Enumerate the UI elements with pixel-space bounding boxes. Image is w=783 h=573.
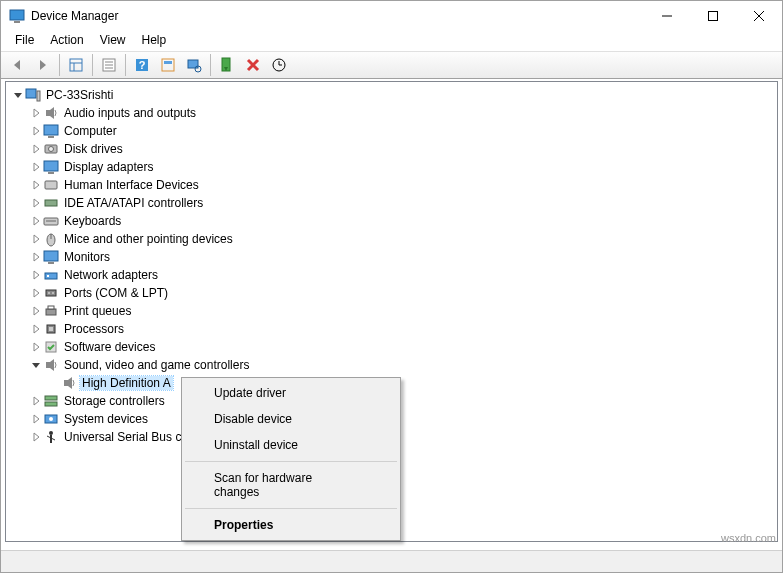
update-button[interactable] [267, 53, 291, 77]
usb-icon [43, 429, 59, 445]
cpu-icon [43, 321, 59, 337]
disclosure-icon[interactable] [30, 342, 42, 352]
tree-category[interactable]: Computer [6, 122, 777, 140]
disclosure-icon[interactable] [30, 234, 42, 244]
disclosure-icon[interactable] [30, 126, 42, 136]
tree-item-label: Print queues [62, 304, 133, 318]
tree-item-label: Processors [62, 322, 126, 336]
svg-point-27 [49, 147, 54, 152]
menu-view[interactable]: View [92, 31, 134, 51]
svg-rect-40 [46, 290, 56, 296]
back-button[interactable] [5, 53, 29, 77]
port-icon [43, 285, 59, 301]
minimize-button[interactable] [644, 1, 690, 31]
tree-item-label: Ports (COM & LPT) [62, 286, 170, 300]
menu-help[interactable]: Help [134, 31, 175, 51]
svg-rect-25 [48, 136, 54, 138]
svg-rect-50 [45, 396, 57, 400]
statusbar [1, 550, 782, 572]
disclosure-icon[interactable] [30, 414, 42, 424]
disclosure-icon[interactable] [30, 108, 42, 118]
tree-item-label: PC-33Srishti [44, 88, 115, 102]
ctx-update-driver[interactable]: Update driver [184, 380, 398, 406]
menu-action[interactable]: Action [42, 31, 91, 51]
app-icon [9, 8, 25, 24]
tree-item-label: IDE ATA/ATAPI controllers [62, 196, 205, 210]
svg-rect-24 [44, 125, 58, 135]
disclosure-icon[interactable] [30, 306, 42, 316]
svg-rect-23 [46, 110, 50, 116]
disclosure-icon[interactable] [30, 396, 42, 406]
tree-item-label: Universal Serial Bus c [62, 430, 183, 444]
tree-item-label: Monitors [62, 250, 112, 264]
menu-file[interactable]: File [7, 31, 42, 51]
disclosure-icon[interactable] [30, 216, 42, 226]
tree-category[interactable]: Ports (COM & LPT) [6, 284, 777, 302]
svg-point-54 [49, 431, 53, 435]
disclosure-icon[interactable] [30, 252, 42, 262]
tree-item-label: High Definition A [80, 376, 173, 390]
close-button[interactable] [736, 1, 782, 31]
action-button[interactable] [156, 53, 180, 77]
window-title: Device Manager [31, 9, 644, 23]
ctx-scan-hardware[interactable]: Scan for hardware changes [184, 465, 398, 505]
disclosure-icon[interactable] [30, 162, 42, 172]
svg-rect-48 [46, 362, 50, 368]
svg-rect-3 [709, 12, 718, 21]
svg-rect-49 [64, 380, 68, 386]
software-icon [43, 339, 59, 355]
svg-rect-31 [45, 200, 57, 206]
tree-category[interactable]: Print queues [6, 302, 777, 320]
svg-point-42 [52, 292, 54, 294]
show-hide-tree-button[interactable] [64, 53, 88, 77]
tree-category[interactable]: Network adapters [6, 266, 777, 284]
disclosure-icon[interactable] [30, 324, 42, 334]
properties-button[interactable] [97, 53, 121, 77]
disclosure-icon[interactable] [30, 432, 42, 442]
monitor-icon [43, 123, 59, 139]
ctx-properties[interactable]: Properties [184, 512, 398, 538]
tree-item-label: Storage controllers [62, 394, 167, 408]
disclosure-icon[interactable] [30, 360, 42, 370]
tree-category[interactable]: Software devices [6, 338, 777, 356]
tree-category[interactable]: Keyboards [6, 212, 777, 230]
tree-item-label: Sound, video and game controllers [62, 358, 251, 372]
menubar: File Action View Help [1, 31, 782, 51]
disclosure-icon[interactable] [30, 198, 42, 208]
disclosure-icon[interactable] [30, 144, 42, 154]
tree-item-label: Disk drives [62, 142, 125, 156]
disclosure-icon[interactable] [30, 180, 42, 190]
svg-rect-51 [45, 402, 57, 406]
pc-icon [25, 87, 41, 103]
tree-category[interactable]: IDE ATA/ATAPI controllers [6, 194, 777, 212]
tree-category[interactable]: Disk drives [6, 140, 777, 158]
svg-point-41 [48, 292, 50, 294]
svg-rect-16 [164, 61, 172, 64]
disclosure-icon[interactable] [30, 270, 42, 280]
tree-category[interactable]: Monitors [6, 248, 777, 266]
svg-text:?: ? [139, 59, 146, 71]
hid-icon [43, 177, 59, 193]
tree-category[interactable]: Sound, video and game controllers [6, 356, 777, 374]
svg-rect-1 [14, 21, 20, 23]
svg-point-53 [49, 417, 53, 421]
svg-rect-28 [44, 161, 58, 171]
tree-category[interactable]: Human Interface Devices [6, 176, 777, 194]
tree-category[interactable]: Display adapters [6, 158, 777, 176]
enable-button[interactable] [215, 53, 239, 77]
tree-root[interactable]: PC-33Srishti [6, 86, 777, 104]
help-button[interactable]: ? [130, 53, 154, 77]
ctx-uninstall-device[interactable]: Uninstall device [184, 432, 398, 458]
tree-category[interactable]: Processors [6, 320, 777, 338]
uninstall-button[interactable] [241, 53, 265, 77]
tree-item-label: Computer [62, 124, 119, 138]
tree-category[interactable]: Audio inputs and outputs [6, 104, 777, 122]
forward-button[interactable] [31, 53, 55, 77]
disclosure-icon[interactable] [30, 288, 42, 298]
disclosure-icon[interactable] [12, 90, 24, 100]
scan-button[interactable] [182, 53, 206, 77]
ctx-disable-device[interactable]: Disable device [184, 406, 398, 432]
tree-category[interactable]: Mice and other pointing devices [6, 230, 777, 248]
maximize-button[interactable] [690, 1, 736, 31]
tree-item-label: Audio inputs and outputs [62, 106, 198, 120]
